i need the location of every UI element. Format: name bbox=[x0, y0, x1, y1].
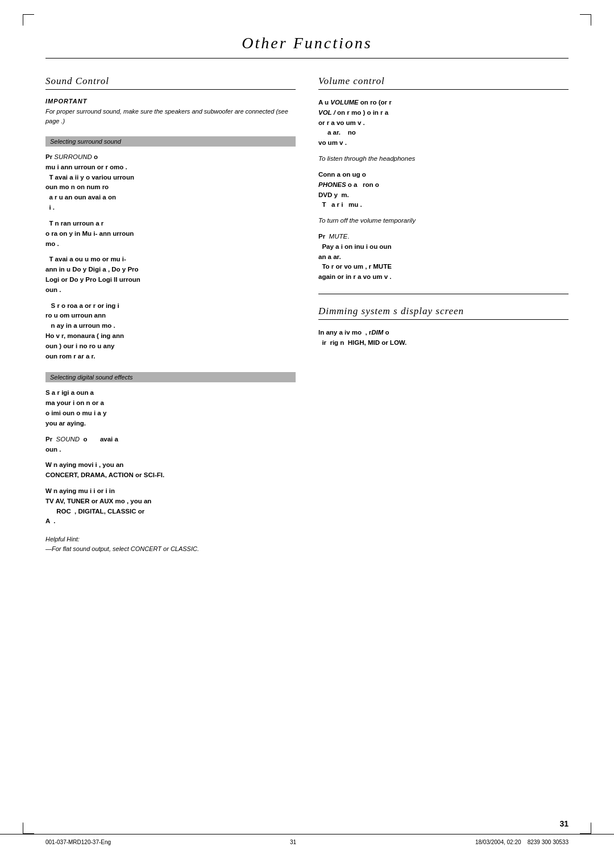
surround-para3: T avai a ou u mo or mu i- ann in u Do y … bbox=[45, 254, 296, 295]
page-title: Other Functions bbox=[45, 34, 569, 52]
helpful-hint: Helpful Hint: —For flat sound output, se… bbox=[45, 535, 296, 553]
important-block: IMPORTANT For proper surround sound, mak… bbox=[45, 98, 296, 126]
corner-mark-br bbox=[580, 823, 591, 834]
corner-mark-tr bbox=[580, 14, 591, 26]
footer-left: 001-037-MRD120-37-Eng bbox=[45, 839, 111, 845]
surround-para2: T n ran urroun a r o ra on y in Mu i- an… bbox=[45, 219, 296, 249]
surround-sound-block: Selecting surround sound Pr SURROUND o m… bbox=[45, 136, 296, 361]
page-footer: 001-037-MRD120-37-Eng 31 18/03/2004, 02:… bbox=[0, 834, 614, 845]
headphones-label: To listen through the headphones bbox=[318, 154, 569, 164]
footer-right: 18/03/2004, 02:20 8239 300 30533 bbox=[475, 839, 569, 845]
dim-para: In any a iv mo , rDIM o ir rig n HIGH, M… bbox=[318, 328, 569, 348]
digital-sub-heading: Selecting digital sound effects bbox=[45, 372, 296, 382]
helpful-hint-label: Helpful Hint: bbox=[45, 536, 80, 542]
page-number: 31 bbox=[559, 819, 569, 828]
dimming-block: Dimming system s display screen In any a… bbox=[318, 306, 569, 348]
two-column-layout: Sound Control IMPORTANT For proper surro… bbox=[45, 76, 569, 564]
footer-barcode: 8239 300 30533 bbox=[528, 839, 569, 845]
headphones-para: Conn a on ug o PHONES o a ron o DVD y m.… bbox=[318, 170, 569, 210]
mute-para: Pr MUTE. Pay a i on inu i ou oun an a ar… bbox=[318, 232, 569, 282]
surround-para1: Pr SURROUND o mu i ann urroun or r omo .… bbox=[45, 152, 296, 213]
digital-para1: S a r igi a oun a ma your i on n or a o … bbox=[45, 388, 296, 428]
corner-mark-tl bbox=[23, 14, 34, 26]
helpful-hint-text: —For flat sound output, select CONCERT o… bbox=[45, 545, 199, 552]
mute-label: To turn off the volume temporarily bbox=[318, 216, 569, 226]
left-column: Sound Control IMPORTANT For proper surro… bbox=[45, 76, 296, 564]
sound-control-heading: Sound Control bbox=[45, 76, 296, 90]
volume-para1: A u VOLUME on ro (or r VOL / on r mo ) o… bbox=[318, 98, 569, 148]
dimming-heading: Dimming system s display screen bbox=[318, 306, 569, 320]
section-divider bbox=[318, 294, 569, 294]
digital-para3: W n aying movi i , you an CONCERT, DRAMA… bbox=[45, 460, 296, 481]
important-label: IMPORTANT bbox=[45, 98, 296, 105]
digital-sound-block: Selecting digital sound effects S a r ig… bbox=[45, 372, 296, 553]
page-container: Other Functions Sound Control IMPORTANT … bbox=[0, 0, 614, 868]
page-title-area: Other Functions bbox=[45, 34, 569, 59]
digital-para4: W n aying mu i i or i in TV AV, TUNER or… bbox=[45, 486, 296, 527]
volume-control-heading: Volume control bbox=[318, 76, 569, 90]
footer-center: 31 bbox=[290, 839, 296, 845]
surround-para4: S r o roa a or r or ing i ro u om urroun… bbox=[45, 301, 296, 362]
volume-control-block: Volume control A u VOLUME on ro (or r VO… bbox=[318, 76, 569, 282]
surround-sub-heading: Selecting surround sound bbox=[45, 136, 296, 147]
right-column: Volume control A u VOLUME on ro (or r VO… bbox=[318, 76, 569, 358]
corner-mark-bl bbox=[23, 823, 34, 834]
digital-para2: Pr SOUND o avai a oun . bbox=[45, 435, 296, 455]
important-text: For proper surround sound, make sure the… bbox=[45, 107, 296, 126]
